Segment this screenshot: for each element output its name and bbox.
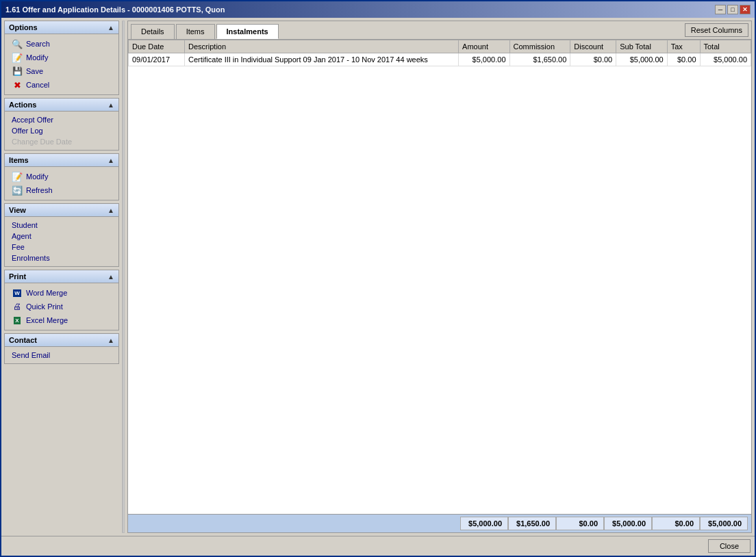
title-bar-buttons: ─ □ ✕ xyxy=(715,5,751,14)
quick-print-label: Quick Print xyxy=(26,302,63,311)
footer-bar: $5,000.00 $1,650.00 $0.00 $5,000.00 $0.0… xyxy=(128,514,751,532)
close-button[interactable]: Close xyxy=(708,539,751,553)
save-label: Save xyxy=(26,67,43,75)
col-discount: Discount xyxy=(570,40,616,53)
sidebar-item-search[interactable]: 🔍 Search xyxy=(9,37,114,51)
sidebar-item-word-merge[interactable]: W Word Merge xyxy=(9,286,114,300)
sidebar-item-fee[interactable]: Fee xyxy=(9,242,114,252)
window-title: 1.61 Offer and Application Details - 000… xyxy=(5,5,225,14)
tabs-container: Details Items Instalments xyxy=(131,24,280,39)
refresh-label: Refresh xyxy=(26,186,53,194)
change-due-date-label: Change Due Date xyxy=(12,138,72,146)
cancel-icon: ✖ xyxy=(12,79,23,90)
section-label-options: Options xyxy=(9,23,38,31)
cell-due-date: 09/01/2017 xyxy=(129,53,185,66)
agent-label: Agent xyxy=(12,232,32,240)
sidebar-item-modify[interactable]: 📝 Modify xyxy=(9,51,114,64)
footer-total: $5,000.00 xyxy=(700,517,748,530)
sidebar-item-agent[interactable]: Agent xyxy=(9,231,114,242)
footer-commission: $1,650.00 xyxy=(508,517,556,530)
col-commission: Commission xyxy=(509,40,570,53)
title-bar: 1.61 Offer and Application Details - 000… xyxy=(1,1,755,18)
footer-tax: $0.00 xyxy=(652,517,700,530)
collapse-contact-icon[interactable]: ▲ xyxy=(108,337,114,344)
col-amount: Amount xyxy=(459,40,509,53)
sidebar-section-print: Print ▲ W Word Merge 🖨 Quick Print xyxy=(4,270,119,331)
offer-log-label: Offer Log xyxy=(12,127,43,135)
section-body-print: W Word Merge 🖨 Quick Print X xyxy=(5,283,118,330)
sidebar-item-offer-log[interactable]: Offer Log xyxy=(9,125,114,136)
footer-totals: $5,000.00 $1,650.00 $0.00 $5,000.00 $0.0… xyxy=(460,517,748,530)
sidebar: Options ▲ 🔍 Search 📝 Modify 💾 Save xyxy=(4,21,119,533)
section-label-view: View xyxy=(9,206,26,214)
refresh-icon: 🔄 xyxy=(12,185,23,196)
footer-sub-total: $5,000.00 xyxy=(604,517,652,530)
collapse-view-icon[interactable]: ▲ xyxy=(108,207,114,214)
section-header-view: View ▲ xyxy=(5,204,118,217)
reset-columns-button[interactable]: Reset Columns xyxy=(685,23,748,37)
sidebar-section-items: Items ▲ 📝 Modify 🔄 Refresh xyxy=(4,153,119,200)
accept-offer-label: Accept Offer xyxy=(12,116,53,124)
modify-icon: 📝 xyxy=(12,52,23,63)
minimize-button[interactable]: ─ xyxy=(715,5,726,14)
sidebar-item-student[interactable]: Student xyxy=(9,220,114,231)
section-label-print: Print xyxy=(9,272,26,281)
sidebar-item-change-due-date: Change Due Date xyxy=(9,136,114,147)
col-due-date: Due Date xyxy=(129,40,185,53)
sidebar-item-refresh[interactable]: 🔄 Refresh xyxy=(9,183,114,197)
col-tax: Tax xyxy=(667,40,700,53)
section-header-contact: Contact ▲ xyxy=(5,334,118,347)
maximize-button[interactable]: □ xyxy=(727,5,738,14)
sidebar-item-enrolments[interactable]: Enrolments xyxy=(9,252,114,263)
section-body-actions: Accept Offer Offer Log Change Due Date xyxy=(5,112,118,150)
sidebar-item-quick-print[interactable]: 🖨 Quick Print xyxy=(9,300,114,313)
col-sub-total: Sub Total xyxy=(616,40,667,53)
cell-tax: $0.00 xyxy=(667,53,700,66)
quick-print-icon: 🖨 xyxy=(12,301,23,312)
tab-instalments[interactable]: Instalments xyxy=(216,24,279,39)
col-description: Description xyxy=(185,40,459,53)
sidebar-item-modify-items[interactable]: 📝 Modify xyxy=(9,170,114,183)
collapse-print-icon[interactable]: ▲ xyxy=(108,273,114,281)
cell-commission: $1,650.00 xyxy=(509,53,570,66)
tab-details[interactable]: Details xyxy=(131,24,175,39)
section-body-options: 🔍 Search 📝 Modify 💾 Save ✖ Cancel xyxy=(5,34,118,94)
footer-amount: $5,000.00 xyxy=(460,517,508,530)
section-label-actions: Actions xyxy=(9,101,36,109)
sidebar-item-excel-merge[interactable]: X Excel Merge xyxy=(9,313,114,327)
search-icon: 🔍 xyxy=(12,38,23,49)
collapse-items-icon[interactable]: ▲ xyxy=(108,157,114,164)
tab-items[interactable]: Items xyxy=(176,24,215,39)
sidebar-item-accept-offer[interactable]: Accept Offer xyxy=(9,114,114,125)
section-header-items: Items ▲ xyxy=(5,154,118,167)
sidebar-section-actions: Actions ▲ Accept Offer Offer Log Change … xyxy=(4,98,119,151)
section-body-view: Student Agent Fee Enrolments xyxy=(5,217,118,266)
sidebar-item-save[interactable]: 💾 Save xyxy=(9,64,114,78)
instalments-table: Due Date Description Amount Commission D… xyxy=(128,40,751,66)
table-row[interactable]: 09/01/2017 Certificate III in Individual… xyxy=(129,53,751,66)
sidebar-section-options: Options ▲ 🔍 Search 📝 Modify 💾 Save xyxy=(4,21,119,95)
cell-description: Certificate III in Individual Support 09… xyxy=(185,53,459,66)
main-window: 1.61 Offer and Application Details - 000… xyxy=(0,0,756,557)
cell-amount: $5,000.00 xyxy=(459,53,509,66)
table-header-row: Due Date Description Amount Commission D… xyxy=(129,40,751,53)
sidebar-section-view: View ▲ Student Agent Fee Enrolments xyxy=(4,203,119,267)
word-merge-icon: W xyxy=(12,287,23,298)
section-label-items: Items xyxy=(9,156,29,164)
tabs-bar: Details Items Instalments Reset Columns xyxy=(128,21,751,40)
sidebar-item-send-email[interactable]: Send Email xyxy=(9,350,114,361)
sidebar-item-cancel[interactable]: ✖ Cancel xyxy=(9,78,114,92)
collapse-actions-icon[interactable]: ▲ xyxy=(108,101,114,109)
student-label: Student xyxy=(12,221,38,229)
section-header-actions: Actions ▲ xyxy=(5,99,118,112)
sidebar-section-contact: Contact ▲ Send Email xyxy=(4,333,119,364)
close-window-button[interactable]: ✕ xyxy=(740,5,751,14)
send-email-label: Send Email xyxy=(12,351,50,359)
collapse-options-icon[interactable]: ▲ xyxy=(108,24,114,31)
excel-merge-label: Excel Merge xyxy=(26,316,68,324)
sidebar-divider xyxy=(122,21,125,533)
cancel-label: Cancel xyxy=(26,81,49,89)
section-header-options: Options ▲ xyxy=(5,21,118,34)
cell-discount: $0.00 xyxy=(570,53,616,66)
cell-sub-total: $5,000.00 xyxy=(616,53,667,66)
